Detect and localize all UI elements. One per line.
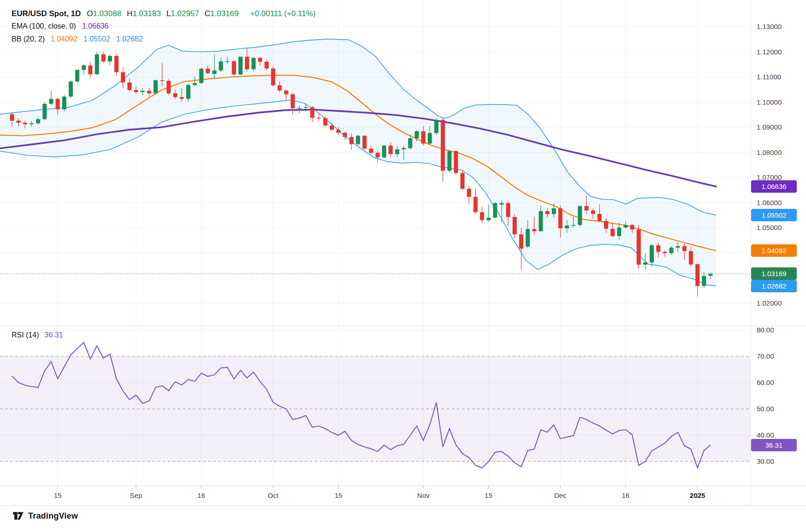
footer-brand[interactable]: TradingView bbox=[12, 510, 78, 522]
x-axis-label: 15 bbox=[54, 491, 62, 499]
x-axis-label: 2025 bbox=[690, 491, 705, 499]
rsi-badge: 36.31 bbox=[751, 439, 797, 451]
x-axis-label: 15 bbox=[334, 491, 342, 499]
ema-legend-row[interactable]: EMA (100, close, 0) 1.06636 bbox=[12, 22, 316, 35]
price-axis-label: 1.12000 bbox=[757, 47, 803, 57]
price-axis-label: 1.09000 bbox=[757, 123, 803, 132]
quote-l: L1.02957 bbox=[167, 9, 199, 18]
indicator-legend[interactable]: EUR/USD Spot, 1D O1.03088H1.03183L1.0295… bbox=[12, 9, 316, 48]
x-axis-label: Nov bbox=[417, 491, 430, 499]
rsi-legend-row[interactable]: RSI (14) 36.31 bbox=[12, 331, 63, 339]
x-axis-label: 15 bbox=[485, 491, 493, 499]
quote-o: O1.03088 bbox=[87, 9, 121, 18]
ema-value: 1.06636 bbox=[82, 22, 109, 30]
tradingview-chart-window: EUR/USD Spot, 1D O1.03088H1.03183L1.0295… bbox=[0, 0, 806, 532]
price-axis-label: 1.02000 bbox=[757, 299, 803, 308]
bb-label: BB (20, 2) bbox=[12, 35, 45, 43]
rsi-axis-label: 70.00 bbox=[757, 352, 803, 361]
rsi-axis-label: 50.00 bbox=[757, 404, 803, 414]
price-badge: 1.05502 bbox=[751, 209, 797, 221]
price-axis-label: 1.06000 bbox=[757, 198, 803, 207]
bb-fill bbox=[0, 39, 716, 286]
price-badge: 1.04092 bbox=[751, 244, 797, 257]
price-badge: 1.03169 bbox=[751, 267, 797, 280]
bb-basis-value: 1.04092 bbox=[51, 35, 78, 43]
bb-upper-value: 1.05502 bbox=[84, 35, 110, 43]
ohlc-values: O1.03088H1.03183L1.02957C1.03169 bbox=[87, 9, 244, 18]
brand-name: TradingView bbox=[28, 511, 78, 521]
chart-canvas[interactable] bbox=[0, 0, 806, 532]
price-axis-label: 1.08000 bbox=[757, 148, 803, 157]
x-axis-label: Sep bbox=[130, 491, 142, 499]
price-badge: 1.06636 bbox=[751, 180, 797, 193]
price-axis-label: 1.13000 bbox=[757, 22, 803, 31]
rsi-label: RSI (14) bbox=[12, 331, 39, 339]
x-axis-label: Dec bbox=[554, 491, 567, 499]
ema-label: EMA (100, close, 0) bbox=[12, 22, 76, 30]
quote-h: H1.03183 bbox=[127, 9, 161, 18]
tradingview-logo-icon bbox=[12, 510, 24, 522]
change-value: +0.00111 (+0.11%) bbox=[250, 9, 316, 18]
price-axis-label: 1.05000 bbox=[757, 223, 803, 232]
quote-c: C1.03169 bbox=[205, 9, 239, 18]
x-axis-label: 16 bbox=[197, 491, 205, 499]
price-axis-label: 1.10000 bbox=[757, 98, 803, 107]
rsi-axis-label: 30.00 bbox=[757, 457, 803, 466]
x-axis-label: 16 bbox=[622, 491, 630, 499]
rsi-value: 36.31 bbox=[45, 331, 63, 339]
rsi-axis-label: 60.00 bbox=[757, 378, 803, 387]
x-axis-label: Oct bbox=[268, 491, 278, 499]
symbol-row[interactable]: EUR/USD Spot, 1D O1.03088H1.03183L1.0295… bbox=[12, 9, 316, 22]
price-axis-label: 1.11000 bbox=[757, 72, 803, 82]
price-badge: 1.02682 bbox=[751, 280, 797, 292]
rsi-axis-label: 80.00 bbox=[757, 325, 803, 335]
bb-legend-row[interactable]: BB (20, 2) 1.04092 1.05502 1.02682 bbox=[12, 35, 316, 48]
bb-lower-value: 1.02682 bbox=[116, 35, 143, 43]
symbol-title: EUR/USD Spot, 1D bbox=[12, 9, 81, 18]
